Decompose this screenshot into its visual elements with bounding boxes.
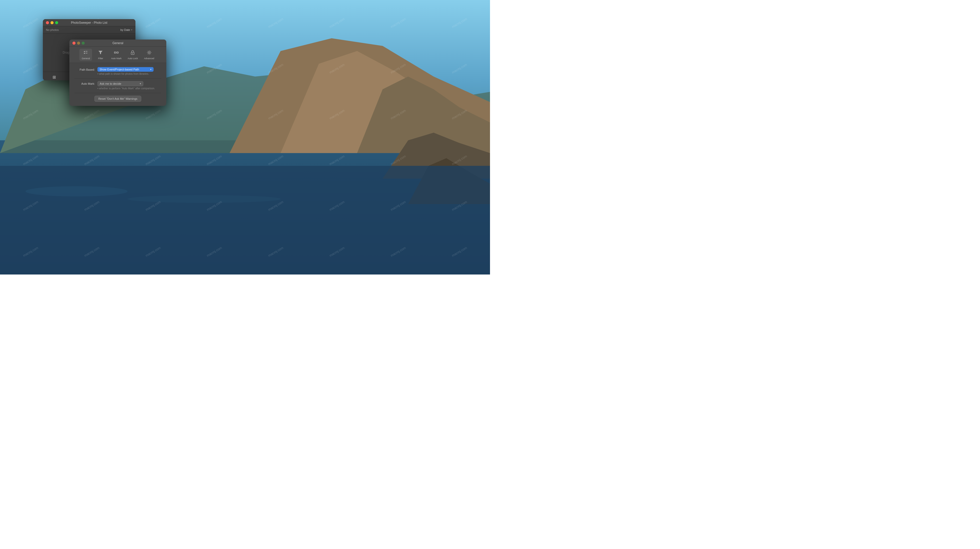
automark-tab-label: Auto Mark [111,57,121,60]
sort-label: by Date [120,28,130,31]
auto-mark-row: Auto Mark: Ask me to decide ▾ whether to… [75,81,161,90]
svg-marker-20 [99,51,103,54]
window-title: PhotoSweeper - Photo List [71,21,107,24]
svg-rect-17 [86,51,88,51]
svg-rect-9 [0,166,490,275]
general-tab-label: General [82,57,90,60]
auto-mark-label: Auto Mark: [75,81,95,85]
window-controls [46,21,58,24]
path-based-select[interactable]: Show Event/Project-based Path ▾ [97,67,154,72]
prefs-content: Path Based: Show Event/Project-based Pat… [69,63,166,106]
window-maximize-button[interactable] [55,21,58,24]
window-minimize-button[interactable] [51,21,54,24]
svg-point-24 [132,53,133,54]
prefs-tab-general[interactable]: General [80,49,92,61]
auto-mark-select-value: Ask me to decide [100,82,121,85]
advanced-tab-icon [146,50,152,57]
prefs-close-button[interactable] [72,41,75,45]
sort-dropdown-arrow-icon: ▾ [131,29,132,31]
advanced-tab-label: Advanced [144,57,154,60]
sort-dropdown[interactable]: by Date ▾ [120,28,132,31]
svg-point-25 [148,52,150,53]
window-close-button[interactable] [46,21,49,24]
prefs-separator-2 [75,93,161,93]
filter-tab-icon [98,50,103,57]
media-browser-icon: ⊞ [52,75,56,80]
prefs-tab-autolock[interactable]: Auto Lock [126,49,140,61]
svg-rect-18 [84,53,85,54]
prefs-minimize-button[interactable] [77,41,80,45]
auto-mark-hint: whether to perform "Auto Mark" after com… [97,87,161,90]
prefs-tab-advanced[interactable]: Advanced [142,49,156,61]
prefs-separator [75,78,161,79]
svg-point-11 [127,195,281,203]
path-based-row: Path Based: Show Event/Project-based Pat… [75,67,161,75]
no-photos-label: No photos [46,28,59,31]
svg-point-10 [25,186,127,196]
path-based-content: Show Event/Project-based Path ▾ what pat… [97,67,161,75]
prefs-maximize-button[interactable] [82,41,85,45]
svg-rect-19 [86,53,88,53]
automark-tab-icon [113,50,119,57]
auto-mark-select[interactable]: Ask me to decide ▾ [97,81,143,86]
preferences-dialog: General General Filter [69,40,166,106]
path-based-label: Path Based: [75,67,95,71]
prefs-tabs: General Filter Auto Mark [69,47,166,63]
prefs-titlebar: General [69,40,166,47]
svg-rect-16 [84,51,85,52]
prefs-title: General [113,41,124,45]
general-tab-icon [83,50,89,57]
path-based-select-value: Show Event/Project-based Path [99,68,139,71]
prefs-window-controls [72,41,85,45]
autolock-tab-icon [130,50,135,57]
app-topbar: No photos by Date ▾ [43,26,135,33]
filter-tab-label: Filter [98,57,103,60]
media-browser-button[interactable]: ⊞ Media Browser [45,74,63,80]
auto-mark-chevron-icon: ▾ [140,83,141,85]
path-based-chevron-icon: ▾ [150,68,151,71]
reset-warnings-button[interactable]: Reset "Don't Ask Me" Warnings [94,95,141,102]
prefs-tab-filter[interactable]: Filter [94,49,107,61]
auto-mark-content: Ask me to decide ▾ whether to perform "A… [97,81,161,90]
autolock-tab-label: Auto Lock [127,57,138,60]
window-titlebar: PhotoSweeper - Photo List [43,19,135,26]
prefs-tab-automark[interactable]: Auto Mark [109,49,124,61]
path-based-hint: what path is shown for photos from libra… [97,72,161,75]
